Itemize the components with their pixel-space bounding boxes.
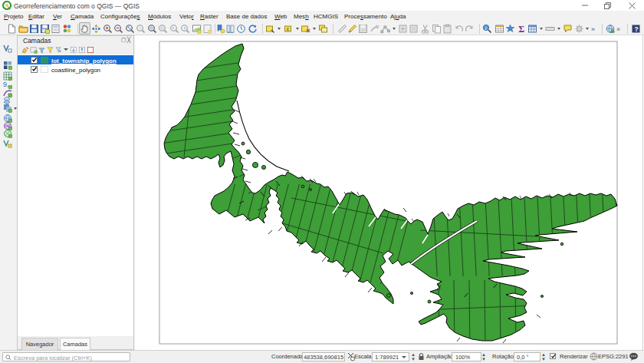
svg-text:ε: ε: [287, 26, 289, 31]
svg-text:i: i: [485, 25, 486, 31]
svg-text:9,: 9,: [3, 81, 9, 88]
svg-text:?: ?: [634, 25, 639, 33]
svg-text:Σ: Σ: [518, 24, 524, 34]
svg-text:ε: ε: [59, 49, 61, 53]
svg-text:»: »: [616, 25, 620, 33]
svg-text:»: »: [591, 25, 595, 33]
